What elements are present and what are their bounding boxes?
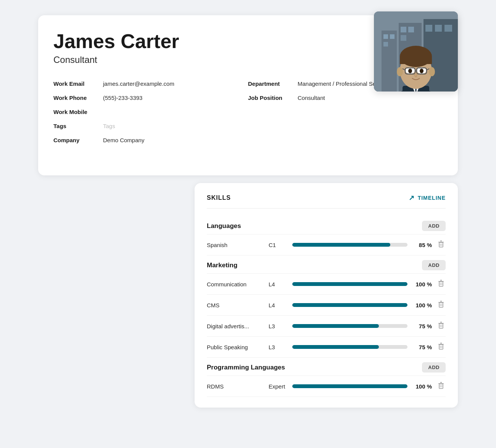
- add-skill-button-2[interactable]: ADD: [422, 362, 446, 373]
- progress-bar-fill-0-0: [292, 243, 390, 247]
- skill-category-label-1: Marketing: [207, 262, 237, 269]
- info-label-company: Company: [53, 137, 103, 143]
- add-skill-button-0[interactable]: ADD: [422, 221, 446, 231]
- skill-percent-0-0: 85 %: [412, 242, 432, 248]
- trash-icon: [438, 301, 444, 308]
- skills-content: LanguagesADDSpanishC185 % MarketingADDCo…: [207, 216, 446, 397]
- svg-rect-11: [435, 25, 442, 32]
- svg-point-31: [420, 69, 424, 73]
- skill-percent-2-0: 100 %: [412, 383, 432, 390]
- info-label-work-phone: Work Phone: [53, 95, 103, 101]
- svg-point-21: [397, 67, 403, 76]
- progress-bar-container-1-3: [292, 345, 407, 349]
- skill-name-2-0: RDMS: [207, 383, 264, 390]
- skill-percent-1-1: 100 %: [412, 302, 432, 308]
- info-label-tags: Tags: [53, 123, 103, 129]
- skill-item-row-1-1: CMSL4100 %: [207, 295, 446, 316]
- skill-level-1-1: L4: [269, 302, 288, 308]
- progress-bar-fill-2-0: [292, 384, 407, 388]
- trash-icon: [438, 322, 444, 329]
- info-label-work-email: Work Email: [53, 80, 103, 87]
- info-value-tags: Tags: [103, 123, 115, 129]
- svg-rect-47: [439, 324, 443, 328]
- info-row-left-2: Work Mobile: [53, 105, 248, 119]
- skill-level-0-0: C1: [269, 242, 288, 248]
- delete-skill-button-1-3[interactable]: [436, 341, 446, 353]
- svg-rect-12: [444, 25, 452, 32]
- progress-bar-container-0-0: [292, 243, 407, 247]
- svg-point-22: [429, 67, 435, 76]
- skill-item-row-1-0: CommunicationL4100 %: [207, 274, 446, 295]
- info-row-left-0: Work Emailjames.carter@example.com: [53, 77, 248, 91]
- skill-item-row-0-0: SpanishC185 %: [207, 234, 446, 255]
- skill-percent-1-2: 75 %: [412, 323, 432, 329]
- skill-item-row-1-3: Public SpeakingL375 %: [207, 337, 446, 358]
- svg-rect-6: [383, 42, 388, 47]
- skills-title: SKILLS: [207, 194, 231, 201]
- delete-skill-button-1-0[interactable]: [436, 278, 446, 290]
- info-value-company: Demo Company: [103, 137, 144, 143]
- skill-name-1-3: Public Speaking: [207, 344, 264, 350]
- skill-level-1-3: L3: [269, 344, 288, 350]
- info-label-right-job-position: Job Position: [248, 95, 298, 101]
- page-wrapper: James Carter Consultant Work Emailjames.…: [38, 15, 458, 408]
- svg-point-30: [408, 69, 412, 73]
- profile-photo-placeholder: [374, 11, 458, 92]
- info-value-work-email: james.carter@example.com: [103, 80, 174, 87]
- skill-level-2-0: Expert: [269, 383, 288, 390]
- progress-bar-container-1-0: [292, 282, 407, 286]
- svg-rect-52: [439, 345, 443, 349]
- skill-item-row-1-2: Digital advertis...L375 %: [207, 316, 446, 337]
- svg-rect-8: [408, 27, 414, 32]
- info-left: Work Emailjames.carter@example.comWork P…: [53, 77, 248, 147]
- progress-bar-fill-1-1: [292, 303, 407, 307]
- skill-percent-1-3: 75 %: [412, 344, 432, 350]
- svg-rect-57: [439, 384, 443, 389]
- skill-category-label-0: Languages: [207, 222, 241, 230]
- profile-avatar-svg: [374, 11, 458, 92]
- trash-icon: [438, 382, 444, 389]
- svg-rect-9: [401, 35, 406, 41]
- svg-rect-4: [383, 34, 388, 39]
- timeline-label: TIMELINE: [418, 195, 446, 201]
- delete-skill-button-1-1[interactable]: [436, 299, 446, 311]
- progress-bar-container-1-2: [292, 324, 407, 328]
- svg-rect-42: [439, 303, 443, 307]
- skill-item-row-2-0: RDMSExpert100 %: [207, 376, 446, 397]
- info-row-left-4: CompanyDemo Company: [53, 133, 248, 147]
- delete-skill-button-1-2[interactable]: [436, 320, 446, 332]
- delete-skill-button-2-0[interactable]: [436, 381, 446, 392]
- timeline-button[interactable]: ↗︎ TIMELINE: [409, 194, 446, 202]
- info-value-work-phone: (555)-233-3393: [103, 95, 142, 101]
- trash-icon: [438, 343, 444, 350]
- svg-rect-7: [401, 27, 406, 32]
- skill-level-1-2: L3: [269, 323, 288, 329]
- info-label-right-department: Department: [248, 80, 298, 87]
- svg-rect-5: [390, 34, 395, 39]
- skill-name-1-2: Digital advertis...: [207, 323, 264, 329]
- progress-bar-container-1-1: [292, 303, 407, 307]
- skill-percent-1-0: 100 %: [412, 281, 432, 287]
- add-skill-button-1[interactable]: ADD: [422, 260, 446, 270]
- delete-skill-button-0-0[interactable]: [436, 239, 446, 250]
- info-row-left-1: Work Phone(555)-233-3393: [53, 91, 248, 105]
- info-row-right-1: Job PositionConsultant: [248, 91, 443, 105]
- skill-category-2: Programming LanguagesADD: [207, 358, 446, 376]
- info-label-work-mobile: Work Mobile: [53, 109, 103, 115]
- progress-bar-fill-1-0: [292, 282, 407, 286]
- skills-card: SKILLS ↗︎ TIMELINE LanguagesADDSpanishC1…: [195, 183, 458, 408]
- svg-rect-37: [439, 282, 443, 286]
- chart-icon: ↗︎: [409, 194, 415, 202]
- skill-name-1-1: CMS: [207, 302, 264, 308]
- skill-name-1-0: Communication: [207, 281, 264, 287]
- trash-icon: [438, 280, 444, 287]
- progress-bar-container-2-0: [292, 384, 407, 388]
- skill-level-1-0: L4: [269, 281, 288, 287]
- info-value-right-job-position: Consultant: [298, 95, 325, 101]
- progress-bar-fill-1-2: [292, 324, 379, 328]
- progress-bar-fill-1-3: [292, 345, 379, 349]
- svg-rect-1: [382, 31, 397, 92]
- profile-photo: [374, 11, 458, 92]
- skill-category-label-2: Programming Languages: [207, 364, 285, 371]
- info-row-left-3: TagsTags: [53, 119, 248, 133]
